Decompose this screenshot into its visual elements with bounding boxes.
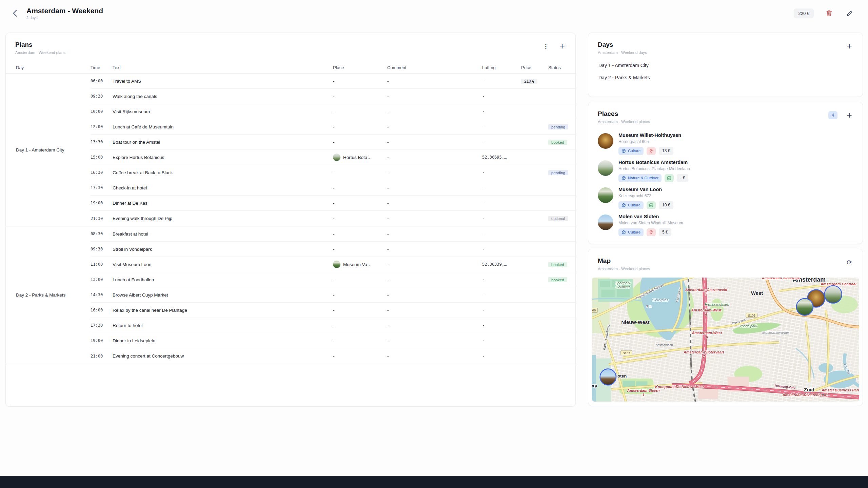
- map-label: Amsterdam-Rivierenbuurt: [782, 393, 828, 397]
- category-badge: Culture: [618, 228, 644, 236]
- map-panel: Map Amsterdam - Weekend places ⟳: [588, 249, 863, 406]
- plan-row[interactable]: 09:30Stroll in Vondelpark---: [91, 242, 575, 257]
- plan-text: Explore Hortus Botanicus: [113, 155, 333, 160]
- map-place-marker[interactable]: [600, 369, 616, 385]
- place-list-item[interactable]: Museum Van LoonKeizersgracht 672Culture1…: [588, 183, 863, 210]
- plan-status: optional: [548, 216, 575, 221]
- plan-row[interactable]: 12:00Lunch at Café de Museumtuin---pendi…: [91, 119, 575, 135]
- place-name: Museum Van Loon: [618, 187, 673, 192]
- plan-latlng: -: [482, 94, 521, 99]
- map-label: West: [751, 290, 763, 296]
- plan-text: Walk along the canals: [113, 94, 333, 99]
- place-list-item[interactable]: Molen van SlotenMolen van Sloten Windmil…: [588, 210, 863, 238]
- add-day-button[interactable]: +: [845, 42, 854, 50]
- plan-row[interactable]: 11:00Visit Museum LoonMuseum Va…-52.3633…: [91, 257, 575, 272]
- plan-place: -: [333, 94, 387, 99]
- column-header: Price: [521, 65, 548, 70]
- plan-place: Museum Va…: [333, 261, 387, 268]
- plan-row[interactable]: 15:00Explore Hortus BotanicusHortus Bota…: [91, 150, 575, 165]
- day-list-item[interactable]: Day 2 - Parks & Markets: [588, 72, 863, 84]
- app-window: Amsterdam - Weekend 2 days 220 € Plans A…: [0, 0, 868, 488]
- plan-comment: -: [387, 216, 482, 221]
- place-list-item[interactable]: Hortus Botanicus AmsterdamHortus Botanic…: [588, 156, 863, 183]
- map-label: 7: [703, 354, 705, 359]
- day-list-item[interactable]: Day 1 - Amsterdam City: [588, 59, 863, 72]
- plan-row[interactable]: 09:30Walk along the canals---: [91, 89, 575, 104]
- plan-row[interactable]: 13:00Lunch at Foodhallen---booked: [91, 272, 575, 287]
- add-place-button[interactable]: +: [845, 111, 854, 120]
- place-name: Museum Willet-Holthuysen: [618, 133, 681, 138]
- plan-latlng: -: [482, 308, 521, 312]
- place-thumbnail: [333, 261, 340, 268]
- place-info: Molen van SlotenMolen van Sloten Windmil…: [618, 214, 683, 236]
- map-label: Amsterdam-Slotervaart: [683, 350, 724, 354]
- plan-time: 17:30: [91, 323, 113, 328]
- map-label: Museumkwartier: [762, 330, 789, 334]
- trash-icon: [826, 10, 832, 17]
- plan-row[interactable]: 06:00Travel to AMS---210 €: [91, 74, 575, 89]
- plan-time: 09:30: [91, 247, 113, 251]
- map-label: Amsterdam-West: [691, 331, 722, 335]
- map-label: Plesmanlaan: [655, 343, 673, 347]
- place-badges: Culture10 €: [618, 201, 673, 209]
- plan-row[interactable]: 19:00Dinner at De Kas---: [91, 196, 575, 211]
- map-place-marker[interactable]: [825, 286, 842, 303]
- plan-row[interactable]: 16:00Relax by the canal near De Plantage…: [91, 303, 575, 318]
- place-avatar: [598, 215, 613, 230]
- plan-place: -: [333, 308, 387, 313]
- plan-comment: -: [387, 185, 482, 190]
- delete-trip-button[interactable]: [824, 8, 834, 18]
- plan-place: -: [333, 124, 387, 129]
- place-badges: Nature & Outdoor- €: [618, 174, 690, 182]
- status-badge: booked: [548, 140, 567, 145]
- plan-text: Return to hotel: [113, 323, 333, 328]
- plan-text: Relax by the canal near De Plantage: [113, 308, 333, 313]
- map-label: 1: [643, 393, 645, 397]
- place-list-item[interactable]: Museum Willet-HolthuysenHerengracht 605C…: [588, 129, 863, 156]
- plan-time: 19:00: [91, 338, 113, 343]
- plans-table-body: Day 1 - Amsterdam City06:00Travel to AMS…: [6, 74, 575, 364]
- map-canvas: SportparkOokmeerPresident AllendelaanSlo…: [592, 278, 859, 402]
- plan-status: pending: [548, 124, 575, 129]
- plan-latlng: -: [482, 247, 521, 251]
- plan-comment: -: [387, 155, 482, 160]
- plan-row[interactable]: 10:00Visit Rijksmuseum---: [91, 104, 575, 119]
- plan-latlng: -: [482, 231, 521, 236]
- plan-text: Lunch at Foodhallen: [113, 277, 333, 282]
- map-label: Badhoevedorp: [592, 383, 597, 388]
- map-label: Sportpark: [615, 281, 631, 285]
- place-info: Museum Willet-HolthuysenHerengracht 605C…: [618, 133, 681, 155]
- plan-row[interactable]: 16:30Coffee break at Back to Black---pen…: [91, 165, 575, 180]
- edit-trip-button[interactable]: [844, 8, 854, 18]
- plan-row[interactable]: 08:30Breakfast at hotel---: [91, 226, 575, 242]
- map-refresh-button[interactable]: ⟳: [845, 258, 854, 267]
- plan-latlng: -: [482, 277, 521, 282]
- plan-row[interactable]: 17:30Check-in at hotel---: [91, 180, 575, 196]
- add-plan-button[interactable]: +: [558, 42, 567, 50]
- map[interactable]: SportparkOokmeerPresident AllendelaanSlo…: [592, 278, 859, 402]
- map-header: Map Amsterdam - Weekend places ⟳: [588, 249, 863, 273]
- plan-row[interactable]: 19:00Dinner in Leidseplein---: [91, 333, 575, 348]
- place-name: Museum Va…: [343, 262, 372, 267]
- back-button[interactable]: [9, 7, 21, 19]
- plan-row[interactable]: 17:30Return to hotel---: [91, 318, 575, 333]
- map-label: Sloterplas: [652, 298, 669, 302]
- total-price-badge: 220 €: [794, 8, 814, 18]
- plan-status: booked: [548, 262, 575, 267]
- plan-text: Coffee break at Back to Black: [113, 170, 333, 175]
- plans-table-header: DayTimeTextPlaceCommentLatLngPriceStatus: [6, 62, 575, 74]
- plan-latlng: -: [482, 140, 521, 144]
- plan-time: 06:00: [91, 79, 113, 83]
- place-price-badge: 10 €: [659, 201, 673, 209]
- plan-row[interactable]: 14:30Browse Albert Cuyp Market---: [91, 287, 575, 303]
- plan-row[interactable]: 21:00Evening concert at Concertgebouw---: [91, 348, 575, 364]
- page-subtitle: 2 days: [26, 16, 103, 20]
- plan-comment: -: [387, 140, 482, 145]
- category-label: Culture: [628, 203, 640, 207]
- plan-text: Stroll in Vondelpark: [113, 247, 333, 252]
- plan-row[interactable]: 13:30Boat tour on the Amstel---booked: [91, 135, 575, 150]
- map-place-marker[interactable]: [796, 299, 813, 316]
- plan-row[interactable]: 21:30Evening walk through De Pijp---opti…: [91, 211, 575, 226]
- plans-menu-button[interactable]: ⋮: [541, 42, 550, 50]
- status-badge: pending: [548, 124, 568, 129]
